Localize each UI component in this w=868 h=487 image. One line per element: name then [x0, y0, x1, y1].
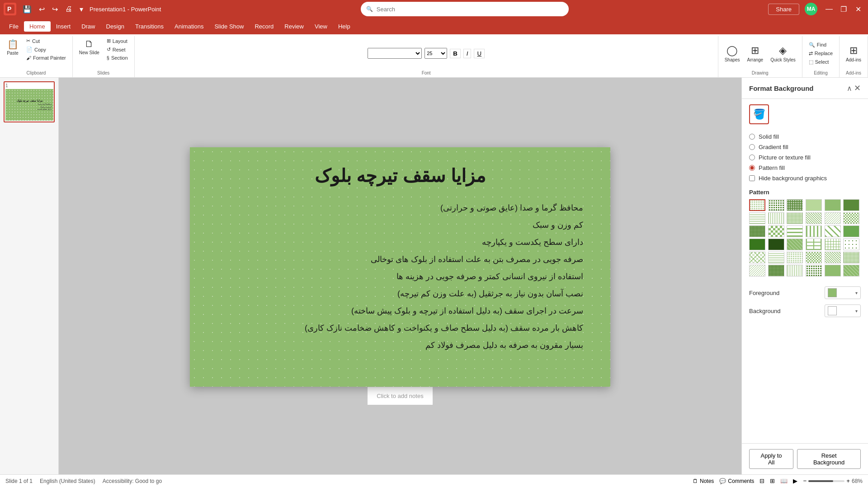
menu-review[interactable]: Review: [279, 21, 309, 32]
pattern-cell-0[interactable]: [749, 199, 765, 211]
hide-bg-checkbox[interactable]: [749, 175, 755, 181]
pattern-cell-19[interactable]: [768, 239, 784, 250]
pattern-cell-10[interactable]: [825, 212, 841, 224]
undo-button[interactable]: ↩: [36, 4, 47, 14]
bold-button[interactable]: B: [450, 49, 461, 58]
font-size-select[interactable]: 25: [425, 48, 447, 59]
select-button[interactable]: ⬚ Select: [806, 58, 832, 66]
notes-area[interactable]: Click to add notes: [368, 387, 432, 405]
zoom-slider[interactable]: [808, 480, 844, 482]
reset-button[interactable]: ↺ Reset: [104, 46, 131, 53]
pattern-cell-5[interactable]: [843, 199, 859, 211]
menu-transitions[interactable]: Transitions: [130, 21, 169, 32]
print-button[interactable]: 🖨: [62, 4, 75, 14]
pattern-cell-12[interactable]: [749, 225, 765, 237]
pattern-cell-31[interactable]: [768, 265, 784, 276]
avatar[interactable]: MA: [805, 3, 817, 15]
menu-view[interactable]: View: [309, 21, 333, 32]
pattern-cell-22[interactable]: [825, 239, 841, 250]
slide-sorter-button[interactable]: ⊞: [770, 478, 775, 484]
new-slide-button[interactable]: 🗋 New Slide: [76, 37, 102, 57]
canvas-area[interactable]: مزایا سقف تیرچه بلوک محافظ گرما و صدا (ع…: [59, 78, 741, 474]
notes-button[interactable]: 🗒 Notes: [693, 478, 714, 484]
pattern-cell-24[interactable]: [749, 252, 765, 263]
slide-thumbnail-1[interactable]: 1 مزایا سقف تیرچه بلوک محافظ گرما و صدا …: [4, 81, 55, 122]
pattern-cell-6[interactable]: [749, 212, 765, 224]
pattern-cell-9[interactable]: [806, 212, 822, 224]
paste-button[interactable]: 📋 Paste: [4, 37, 22, 57]
pattern-cell-1[interactable]: [768, 199, 784, 211]
share-button[interactable]: Share: [768, 4, 799, 15]
pattern-cell-27[interactable]: [806, 252, 822, 263]
section-button[interactable]: § Section: [104, 54, 131, 61]
italic-button[interactable]: I: [463, 49, 472, 58]
restore-button[interactable]: ❐: [837, 3, 850, 15]
pattern-cell-20[interactable]: [787, 239, 803, 250]
pattern-cell-34[interactable]: [825, 265, 841, 276]
menu-file[interactable]: File: [4, 21, 24, 32]
picture-fill-option[interactable]: Picture or texture fill: [749, 152, 861, 163]
pattern-cell-15[interactable]: [806, 225, 822, 237]
picture-fill-radio[interactable]: [749, 155, 755, 160]
pattern-cell-16[interactable]: [825, 225, 841, 237]
find-button[interactable]: 🔍 Find: [806, 41, 829, 49]
apply-to-all-button[interactable]: Apply to All: [749, 449, 793, 469]
menu-record[interactable]: Record: [249, 21, 279, 32]
background-color-picker[interactable]: ▾: [825, 304, 861, 317]
pattern-cell-2[interactable]: [787, 199, 803, 211]
font-family-select[interactable]: [368, 48, 422, 59]
menu-design[interactable]: Design: [101, 21, 130, 32]
underline-button[interactable]: U: [474, 49, 485, 58]
menu-home[interactable]: Home: [24, 21, 51, 32]
menu-draw[interactable]: Draw: [76, 21, 100, 32]
fill-icon-button[interactable]: 🪣: [749, 104, 769, 124]
normal-view-button[interactable]: ⊟: [760, 478, 764, 484]
pattern-cell-32[interactable]: [787, 265, 803, 276]
pattern-cell-3[interactable]: [806, 199, 822, 211]
layout-button[interactable]: ⊞ Layout: [104, 37, 131, 45]
pattern-cell-17[interactable]: [843, 225, 859, 237]
gradient-fill-option[interactable]: Gradient fill: [749, 142, 861, 152]
pattern-cell-21[interactable]: [806, 239, 822, 250]
search-input[interactable]: [377, 6, 563, 13]
pattern-cell-25[interactable]: [768, 252, 784, 263]
menu-help[interactable]: Help: [333, 21, 356, 32]
menu-insert[interactable]: Insert: [51, 21, 76, 32]
hide-bg-option[interactable]: Hide background graphics: [749, 173, 861, 183]
pattern-cell-7[interactable]: [768, 212, 784, 224]
format-painter-button[interactable]: 🖌 Format Painter: [24, 54, 69, 61]
quick-styles-button[interactable]: ◈ Quick Styles: [768, 43, 798, 64]
search-box[interactable]: 🔍: [361, 2, 569, 16]
pattern-cell-35[interactable]: [843, 265, 859, 276]
pattern-fill-option[interactable]: Pattern fill: [749, 163, 861, 173]
zoom-in-button[interactable]: +: [846, 478, 850, 484]
pattern-cell-11[interactable]: [843, 212, 859, 224]
copy-button[interactable]: 📄 Copy: [24, 46, 69, 53]
shapes-button[interactable]: ◯ Shapes: [722, 43, 743, 64]
solid-fill-option[interactable]: Solid fill: [749, 131, 861, 142]
redo-button[interactable]: ↪: [49, 4, 61, 14]
addins-button[interactable]: ⊞ Add-ins: [843, 43, 864, 64]
reading-view-button[interactable]: 📖: [780, 478, 788, 484]
slide-panel[interactable]: 1 مزایا سقف تیرچه بلوک محافظ گرما و صدا …: [0, 78, 59, 474]
minimize-button[interactable]: —: [823, 3, 835, 15]
pattern-cell-33[interactable]: [806, 265, 822, 276]
pattern-cell-8[interactable]: [787, 212, 803, 224]
reset-background-button[interactable]: Reset Background: [797, 449, 861, 469]
zoom-out-button[interactable]: −: [803, 478, 807, 484]
gradient-fill-radio[interactable]: [749, 144, 755, 150]
panel-collapse-button[interactable]: ∧: [847, 83, 852, 93]
panel-close-button[interactable]: ✕: [854, 83, 861, 93]
cut-button[interactable]: ✂ Cut: [24, 37, 69, 45]
save-button[interactable]: 💾: [20, 4, 34, 14]
pattern-cell-14[interactable]: [787, 225, 803, 237]
customize-button[interactable]: ▾: [77, 4, 86, 14]
solid-fill-radio[interactable]: [749, 134, 755, 140]
pattern-cell-28[interactable]: [825, 252, 841, 263]
pattern-cell-4[interactable]: [825, 199, 841, 211]
comments-button[interactable]: 💬 Comments: [719, 478, 754, 484]
slide-canvas[interactable]: مزایا سقف تیرچه بلوک محافظ گرما و صدا (ع…: [190, 147, 610, 387]
close-button[interactable]: ✕: [852, 3, 864, 15]
slideshow-button[interactable]: ▶: [793, 478, 797, 484]
pattern-cell-30[interactable]: [749, 265, 765, 276]
